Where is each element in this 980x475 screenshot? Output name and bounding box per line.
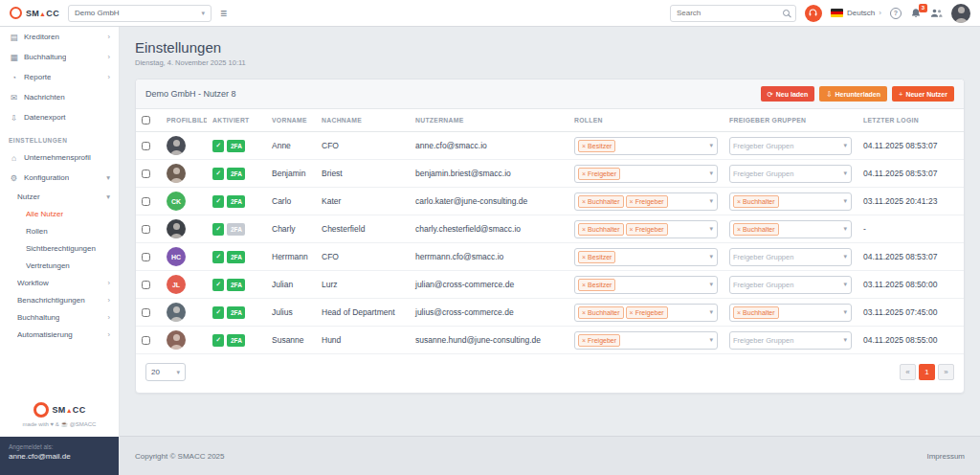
sidebar-item-sichtberechtigungen[interactable]: Sichtberechtigungen <box>0 239 119 257</box>
sidebar-item-nutzer[interactable]: Nutzer ▾ <box>0 188 119 205</box>
logged-in-label: Angemeldet als: <box>9 443 110 450</box>
row-checkbox[interactable] <box>142 142 150 150</box>
next-page-button[interactable]: » <box>938 364 954 380</box>
page-1-button[interactable]: 1 <box>919 364 935 380</box>
groups-select[interactable]: ▾Freigeber Gruppen <box>729 248 852 266</box>
roles-select[interactable]: ▾×Besitzer <box>574 248 718 266</box>
sidebar-item-alle-nutzer[interactable]: Alle Nutzer <box>0 205 119 222</box>
search-input[interactable] <box>677 9 783 17</box>
new-user-button[interactable]: +Neuer Nutzer <box>892 86 954 102</box>
select-all-checkbox[interactable] <box>142 116 150 124</box>
table-row: ✓2FA Julius Head of Department julius@cr… <box>136 299 964 327</box>
sidebar: ▤ Kreditoren › ▦ Buchhaltung › ◔ Reporte… <box>0 27 120 475</box>
groups-select[interactable]: ▾×Buchhalter <box>729 192 852 211</box>
role-tag[interactable]: ×Freigeber <box>626 195 668 208</box>
role-tag[interactable]: ×Buchhalter <box>578 306 624 319</box>
sidebar-item-reporte[interactable]: ◔ Reporte › <box>0 67 119 87</box>
roles-select[interactable]: ▾×Freigeber <box>574 331 718 350</box>
sidebar-item-label: Nutzer <box>17 192 40 201</box>
groups-select[interactable]: ▾Freigeber Gruppen <box>729 331 852 350</box>
chevron-icon: › <box>108 330 111 339</box>
groups-select[interactable]: ▾Freigeber Gruppen <box>729 276 852 294</box>
roles-select[interactable]: ▾×Buchhalter×Freigeber <box>574 220 718 238</box>
sidebar-item-unternehmensprofil[interactable]: ⌂ Unternehmensprofil <box>0 147 119 168</box>
row-checkbox[interactable] <box>142 197 150 206</box>
username-cell: julius@cross-commerce.de <box>410 299 568 327</box>
per-page-select[interactable]: 20 ▾ <box>145 363 186 381</box>
role-tag[interactable]: ×Besitzer <box>578 279 615 291</box>
sidebar-item-automatisierung[interactable]: Automatisierung › <box>0 326 119 343</box>
roles-select[interactable]: ▾×Besitzer <box>574 276 718 294</box>
role-tag[interactable]: ×Buchhalter <box>733 306 779 319</box>
sidebar-nav: ▤ Kreditoren › ▦ Buchhaltung › ◔ Reporte… <box>0 27 119 127</box>
logged-in-panel: Angemeldet als: anne.cfo@mail.de <box>0 437 119 475</box>
sidebar-item-label: Reporte <box>24 73 51 81</box>
roles-select[interactable]: ▾×Buchhalter×Freigeber <box>574 304 718 322</box>
download-button[interactable]: ⇩Herunterladen <box>819 86 887 102</box>
impressum-link[interactable]: Impressum <box>926 452 965 461</box>
app-footer: Copyright © SMACC 2025 Impressum <box>120 436 980 475</box>
groups-select[interactable]: ▾×Buchhalter <box>729 220 852 238</box>
roles-select[interactable]: ▾×Buchhalter×Freigeber <box>574 192 718 211</box>
username-cell: julian@cross-commerce.de <box>410 271 568 299</box>
role-tag[interactable]: ×Buchhalter <box>578 195 624 208</box>
role-tag[interactable]: ×Freigeber <box>578 334 620 347</box>
help-icon[interactable]: ? <box>890 8 902 19</box>
sidebar-item-label: Buchhaltung <box>17 313 59 322</box>
role-tag[interactable]: ×Besitzer <box>578 140 615 152</box>
role-tag[interactable]: ×Besitzer <box>578 251 615 263</box>
row-checkbox[interactable] <box>142 170 150 178</box>
sidebar-item-buchhaltung[interactable]: ▦ Buchhaltung › <box>0 47 119 67</box>
role-tag[interactable]: ×Freigeber <box>626 306 668 319</box>
sidebar-item-nachrichten[interactable]: ✉ Nachrichten <box>0 87 119 107</box>
role-tag[interactable]: ×Freigeber <box>626 223 668 236</box>
role-tag[interactable]: ×Buchhalter <box>578 223 624 236</box>
col-nachname: NACHNAME <box>316 109 410 132</box>
reload-button[interactable]: ⟳Neu laden <box>761 86 815 102</box>
avatar: HC <box>167 247 186 266</box>
menu-toggle-icon[interactable]: ≡ <box>220 8 227 19</box>
row-checkbox[interactable] <box>142 308 150 317</box>
users-table: PROFILBILD AKTIVIERT VORNAME NACHNAME NU… <box>136 109 964 354</box>
notifications-button[interactable]: 3 <box>910 8 922 19</box>
sidebar-item-label: Buchhaltung <box>24 53 66 61</box>
sidebar-item-rollen[interactable]: Rollen <box>0 222 119 239</box>
role-tag[interactable]: ×Buchhalter <box>733 223 779 236</box>
tfa-badge: 2FA <box>227 251 245 263</box>
groups-select[interactable]: ▾Freigeber Gruppen <box>729 137 852 155</box>
roles-select[interactable]: ▾×Besitzer <box>574 137 718 155</box>
tfa-badge: 2FA <box>227 334 245 347</box>
sidebar-item-benachrichtigungen[interactable]: Benachrichtigungen › <box>0 291 119 308</box>
made-with-text: made with ♥ & ☕ @SMACC <box>23 420 97 427</box>
per-page-value: 20 <box>151 368 160 376</box>
last-name-cell: Kater <box>316 188 410 215</box>
groups-select[interactable]: ▾×Buchhalter <box>729 304 852 322</box>
sidebar-item-buchhaltung[interactable]: Buchhaltung › <box>0 308 119 326</box>
user-avatar[interactable] <box>951 4 970 23</box>
sidebar-item-datenexport[interactable]: ⇩ Datenexport <box>0 107 119 127</box>
row-checkbox[interactable] <box>142 281 150 289</box>
roles-select[interactable]: ▾×Freigeber <box>574 165 718 183</box>
sidebar-item-vertretungen[interactable]: Vertretungen <box>0 257 119 274</box>
row-checkbox[interactable] <box>142 336 150 345</box>
sidebar-settings-nav: ⌂ Unternehmensprofil ⚙ Konfiguration ▾ N… <box>0 147 119 343</box>
row-checkbox[interactable] <box>142 225 150 234</box>
company-selector[interactable]: Demo GmbH ▾ <box>68 5 212 22</box>
sidebar-item-workflow[interactable]: Workflow › <box>0 274 119 291</box>
row-checkbox[interactable] <box>142 253 150 261</box>
caret-down-icon: ▾ <box>709 170 713 177</box>
sidebar-item-label: Unternehmensprofil <box>24 153 91 162</box>
smacc-logo[interactable]: SM▲CC <box>10 7 59 19</box>
support-button[interactable] <box>805 5 822 22</box>
prev-page-button[interactable]: « <box>900 364 916 380</box>
sidebar-item-konfiguration[interactable]: ⚙ Konfiguration ▾ <box>0 168 119 188</box>
groups-select[interactable]: ▾Freigeber Gruppen <box>729 165 852 183</box>
sidebar-item-kreditoren[interactable]: ▤ Kreditoren › <box>0 27 119 47</box>
sidebar-item-icon: ⌂ <box>9 153 19 163</box>
search-icon[interactable] <box>783 10 790 16</box>
role-tag[interactable]: ×Freigeber <box>578 168 620 180</box>
german-flag-icon <box>831 9 843 17</box>
users-menu-button[interactable] <box>930 8 943 18</box>
role-tag[interactable]: ×Buchhalter <box>733 195 779 208</box>
language-selector[interactable]: Deutsch › <box>831 9 881 17</box>
